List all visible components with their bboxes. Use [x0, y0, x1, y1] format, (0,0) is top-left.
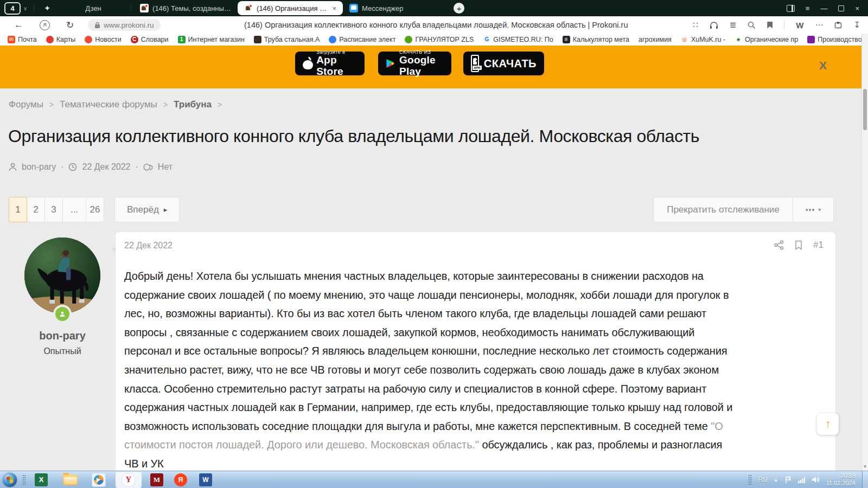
next-label: Вперёд [127, 204, 159, 215]
collections-grid-icon[interactable]: ∷ [693, 20, 698, 30]
share-icon[interactable] [774, 240, 784, 250]
page-scrollbar[interactable]: ▾ [861, 34, 868, 471]
bookmark-item-3[interactable]: ССловари [131, 36, 169, 43]
browser-tab-thread[interactable]: (146) Организация кол…× [238, 1, 343, 15]
language-indicator[interactable]: RU [758, 476, 767, 484]
bookmark-label: Труба стальная.А [264, 36, 320, 43]
volume-icon[interactable] [812, 476, 820, 483]
scrollbar-down-arrow[interactable]: ▾ [862, 464, 868, 469]
yandex-browser-taskbar-icon[interactable]: Y [116, 472, 142, 488]
app-store-button[interactable]: Загрузите в App Store [295, 52, 365, 75]
bookmark-item-13[interactable]: Производство ме [807, 36, 868, 43]
reload-button[interactable]: ↻ [66, 20, 74, 31]
unfollow-button[interactable]: Прекратить отслеживание [654, 197, 793, 222]
close-window-button[interactable]: × [855, 4, 859, 12]
tray-up-arrow-icon[interactable]: ▲ [774, 477, 778, 483]
show-desktop-button[interactable] [862, 471, 868, 488]
breadcrumb-thematic[interactable]: Тематические форумы [60, 99, 157, 110]
address-bar[interactable]: www.prokoni.ru [88, 19, 160, 31]
dot-separator: · [136, 162, 138, 172]
breadcrumb: Форумы > Тематические форумы > Трибуна > [9, 99, 222, 110]
chevron-down-icon: ∨ [23, 5, 27, 11]
menu-icon[interactable]: ≡ [806, 4, 810, 12]
thread-link[interactable]: стоимости постоя лошадей. Дорого или деш… [124, 439, 479, 451]
scroll-to-top-button[interactable]: ↑ [817, 413, 839, 435]
browser-tab-topics[interactable]: (146) Темы, созданные по… [133, 1, 238, 15]
bookmark-post-icon[interactable] [795, 240, 802, 250]
page-button-...[interactable]: ... [62, 197, 86, 222]
post-number[interactable]: #1 [813, 240, 824, 251]
downloads-icon[interactable]: ↧ [853, 20, 860, 30]
overflow-icon[interactable]: ⋯ [815, 20, 823, 30]
action-center-flag-icon[interactable] [784, 476, 792, 484]
page-button-2[interactable]: 2 [27, 197, 45, 222]
more-dots-icon: ••• [806, 206, 815, 214]
page-button-3[interactable]: 3 [44, 197, 63, 222]
dot-separator: · [61, 162, 63, 172]
system-tray: RU ▲ 20:19 11.01.2024 [748, 472, 862, 487]
granulator-icon [405, 36, 412, 43]
breadcrumb-tribune[interactable]: Трибуна [174, 99, 212, 110]
page-button-1[interactable]: 1 [9, 197, 27, 222]
headphones-icon[interactable] [710, 21, 718, 29]
bookmark-item-2[interactable]: Новости [85, 36, 121, 43]
online-status-badge [53, 305, 72, 323]
media-player-taskbar-icon[interactable] [92, 473, 106, 487]
banner-close-button[interactable]: X [819, 59, 827, 72]
tab-close-icon[interactable]: × [332, 4, 336, 12]
explorer-taskbar-icon[interactable] [63, 474, 78, 485]
prokoni-favicon-icon [244, 4, 253, 12]
reader-mode-icon[interactable]: ≣ [730, 20, 737, 30]
bookmark-page-icon[interactable] [767, 22, 773, 29]
new-tab-button[interactable]: + [454, 3, 464, 14]
page-button-26[interactable]: 26 [86, 197, 104, 222]
breadcrumb-forums[interactable]: Форумы [9, 99, 43, 110]
wiki-extension-icon[interactable]: W [796, 21, 803, 30]
yandex-taskbar-icon[interactable]: Я [174, 473, 187, 486]
shop-icon: 1 [178, 36, 186, 43]
scrollbar-thumb[interactable] [863, 89, 867, 130]
apk-download-button[interactable]: APK СКАЧАТЬ [463, 52, 544, 75]
start-button[interactable] [3, 473, 17, 487]
next-page-button[interactable]: Вперёд ▸ [114, 197, 180, 222]
bookmark-item-10[interactable]: агрохимия [639, 36, 672, 43]
bookmark-item-1[interactable]: Карты [46, 36, 76, 43]
bookmark-item-4[interactable]: 1Интернет магазин [178, 36, 245, 43]
more-options-button[interactable]: ••• ▾ [793, 197, 833, 222]
maximize-button[interactable] [838, 5, 844, 11]
tray-date: 11.01.2024 [826, 480, 856, 487]
bookmark-item-6[interactable]: Расписание элект [329, 36, 395, 43]
bookmark-item-5[interactable]: Труба стальная.А [254, 36, 320, 43]
extensions-icon[interactable] [834, 21, 842, 29]
word-taskbar-icon[interactable]: W [199, 473, 212, 486]
gplay-bottom-label: Google Play [399, 55, 444, 78]
google-play-button[interactable]: СКАЧАТЬ ИЗ Google Play [378, 52, 451, 75]
thread-author[interactable]: bon-pary [22, 162, 56, 172]
bookmark-item-0[interactable]: ✉Почта [8, 36, 37, 43]
bookmark-item-12[interactable]: ♣Органические пр [735, 36, 798, 43]
browser-tab-dzen[interactable]: Дзен [58, 1, 129, 15]
excel-taskbar-icon[interactable]: X [35, 473, 48, 486]
thread-link[interactable]: "О [711, 420, 723, 432]
side-panel-icon[interactable] [787, 5, 795, 12]
pagination: 123...26 [9, 197, 104, 222]
minimize-button[interactable]: — [820, 4, 827, 12]
network-icon[interactable] [798, 477, 806, 483]
tab-counter-button[interactable]: 4 ∨ [4, 2, 27, 15]
browser-tab-messenger[interactable]: Мессенджер [343, 1, 432, 15]
post-author-name[interactable]: bon-pary [8, 330, 117, 342]
bookmark-item-9[interactable]: ≡Калькулятор мета [563, 36, 629, 43]
bookmark-label: ГРАНУЛЯТОР ZLS [415, 36, 474, 43]
back-button[interactable]: ← [14, 20, 23, 30]
yandex-button[interactable]: Я [40, 20, 50, 30]
bookmark-item-8[interactable]: GGISMETEO.RU: По [483, 36, 553, 43]
bookmark-item-11[interactable]: ◎XuMuK.ru - [681, 36, 725, 43]
post-date[interactable]: 22 Дек 2022 [124, 241, 173, 251]
toolbar-icons: ∷ ≣ W ⋯ ↧ [693, 16, 860, 34]
zoom-icon[interactable] [748, 21, 756, 29]
clock[interactable]: 20:19 11.01.2024 [826, 472, 856, 487]
avatar[interactable] [24, 237, 100, 313]
bookmark-item-7[interactable]: ГРАНУЛЯТОР ZLS [405, 36, 474, 43]
star-icon[interactable]: ✦ [44, 4, 50, 12]
pdf-master-taskbar-icon[interactable]: M [150, 473, 163, 486]
